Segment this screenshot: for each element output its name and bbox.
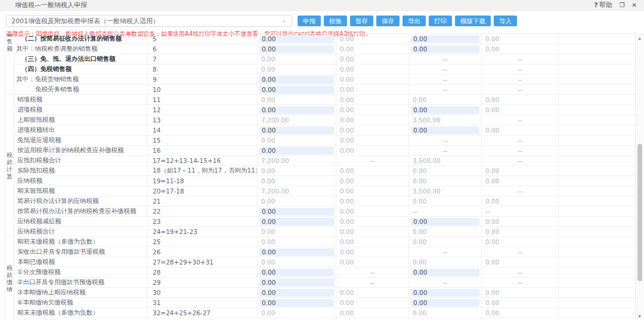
value-cell: 0.00	[336, 136, 409, 145]
toolbar-buttons: 申报校验暂存保存导出打印模版下载导入	[298, 16, 517, 26]
value-input[interactable]: 0.00	[259, 289, 334, 297]
empty-cell	[559, 85, 635, 94]
value-text: 0.00	[336, 127, 354, 134]
value-cell: 0.00	[482, 34, 559, 44]
section-label: 税款缴纳	[5, 237, 14, 320]
value-cell: 0.00	[258, 257, 336, 267]
template-download-button[interactable]: 模版下载	[455, 16, 491, 26]
value-text: 0.00	[258, 167, 275, 174]
empty-cell	[559, 105, 635, 115]
empty-cell	[559, 64, 635, 74]
vertical-scrollbar[interactable]: ▲ ▼	[635, 34, 644, 320]
value-cell: 0.00	[409, 217, 482, 226]
value-input[interactable]: 0.00	[259, 127, 334, 134]
row-number: 15	[147, 136, 258, 145]
row-label: 期末未缴税额（多缴为负数）	[14, 308, 147, 318]
value-text: 0.00	[482, 238, 499, 245]
value-text: 0.00	[258, 198, 275, 205]
form-select[interactable]: 2001增值税及附加税费申报表（一般纳税人适用） ⌄	[6, 15, 292, 27]
value-cell: 0.00	[258, 298, 336, 307]
value-input[interactable]: 0.00	[259, 45, 334, 53]
value-text: 0.00	[336, 228, 354, 235]
value-input[interactable]: 0.00	[411, 289, 479, 297]
value-input[interactable]: 0.00	[411, 45, 479, 53]
value-cell: 0.00	[336, 186, 409, 196]
table-row: 实际抵扣税额18（如17＜11，则为17，否则为11）0.000.000.000…	[14, 166, 635, 176]
value-input[interactable]: 0.00	[259, 76, 334, 84]
scroll-up-icon[interactable]: ▲	[636, 36, 643, 40]
validate-button[interactable]: 校验	[324, 16, 347, 26]
value-input[interactable]: 0.00	[259, 106, 334, 114]
value-input[interactable]: 0.00	[259, 299, 334, 307]
table-row: 免税劳务销售额100.000.00----	[14, 85, 635, 95]
value-input[interactable]: 0.00	[411, 35, 479, 43]
value-cell: 0.00	[258, 176, 336, 186]
value-text: 0.00	[258, 238, 275, 245]
value-cell: 0.00	[409, 196, 482, 206]
value-text: 0.00	[336, 309, 354, 316]
value-cell: 7,200.00	[258, 186, 336, 196]
value-text: 0.00	[336, 86, 354, 93]
table-row: 应纳税额合计24=19+21-230.000.000.000.00	[14, 227, 635, 237]
empty-cell	[559, 217, 635, 226]
import-button[interactable]: 导入	[494, 16, 517, 26]
value-cell: 0.00	[336, 115, 409, 125]
value-cell: 0.00	[258, 34, 336, 44]
value-input[interactable]: 0.00	[259, 35, 334, 43]
value-input[interactable]: 0.00	[259, 279, 334, 287]
row-label: 本期已缴税额	[14, 257, 147, 267]
value-cell: 0.00	[482, 125, 559, 135]
value-cell: 7,200.00	[258, 115, 336, 125]
value-cell: 0.00	[409, 308, 482, 318]
value-input[interactable]: 0.00	[411, 299, 479, 307]
value-input[interactable]: 0.00	[411, 218, 479, 226]
table-row: 按适用税率计算的纳税检查应补缴税额160.000.00----	[14, 146, 635, 156]
value-text: 0.00	[482, 127, 499, 134]
value-input[interactable]: 0.00	[411, 106, 479, 114]
value-cell: --	[336, 267, 409, 277]
value-text: 0.00	[336, 147, 354, 154]
value-text: 0.00	[336, 289, 354, 296]
value-text: 0.00	[409, 167, 426, 174]
help-button[interactable]: ? 帮助	[594, 1, 612, 10]
section-strip: 销售额税款计算税款缴纳	[5, 34, 14, 320]
scroll-down-icon[interactable]: ▼	[636, 314, 643, 318]
restore-window-icon[interactable]: ❐	[620, 2, 625, 8]
value-input[interactable]: 0.00	[411, 127, 479, 134]
value-cell: --	[409, 75, 482, 84]
value-text: 0.00	[409, 228, 426, 235]
temp-save-button[interactable]: 暂存	[350, 16, 373, 26]
value-cell: --	[482, 278, 559, 287]
print-button[interactable]: 打印	[429, 16, 452, 26]
value-cell: 0.00	[258, 237, 336, 247]
row-label: 应纳税额减征额	[14, 217, 147, 226]
value-cell: 0.00	[482, 95, 559, 104]
value-input[interactable]: 0.00	[411, 269, 479, 276]
save-button[interactable]: 保存	[376, 16, 400, 26]
export-button[interactable]: 导出	[402, 16, 426, 26]
row-label: 期初未缴税额（多缴为负数）	[14, 237, 147, 247]
table-grid: （二）按简易征收办法计算的销售额50.000.000.000.00其中：纳税检查…	[14, 34, 635, 320]
value-input[interactable]: 0.00	[259, 86, 334, 94]
close-icon[interactable]: ✕	[632, 2, 637, 8]
row-number: 32=24+25+26-27	[147, 308, 258, 318]
value-cell: 0.00	[482, 217, 559, 226]
value-cell: 0.00	[258, 278, 336, 287]
value-input[interactable]: 0.00	[259, 147, 334, 155]
scrollbar-thumb[interactable]	[637, 144, 642, 281]
row-number: 25	[147, 237, 258, 247]
value-cell: 0.00	[482, 257, 559, 267]
section-label: 销售额	[5, 34, 14, 95]
row-label: 应纳税额	[14, 176, 147, 186]
value-cell: 0.00	[409, 125, 482, 135]
declare-button[interactable]: 申报	[298, 16, 321, 26]
value-input[interactable]: 0.00	[259, 248, 334, 256]
table-row: （三）免、抵、退办法出口销售额70.000.00----	[14, 54, 635, 64]
value-input[interactable]: 0.00	[259, 208, 334, 216]
value-text: 7,200.00	[258, 187, 289, 195]
value-text: 0.00	[482, 228, 499, 235]
row-label: ②出口开具专用缴款书预缴税额	[14, 278, 147, 287]
value-text: 0.00	[482, 259, 499, 266]
value-input[interactable]: 0.00	[259, 218, 334, 226]
value-input[interactable]: 0.00	[259, 269, 334, 276]
